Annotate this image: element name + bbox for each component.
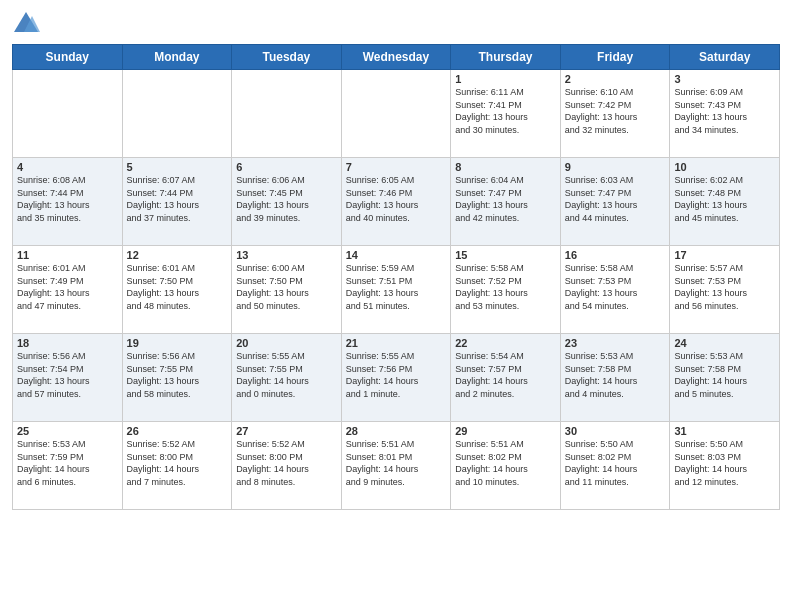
calendar-cell — [341, 70, 451, 158]
day-info: Sunrise: 6:08 AM Sunset: 7:44 PM Dayligh… — [17, 174, 118, 224]
calendar-table: SundayMondayTuesdayWednesdayThursdayFrid… — [12, 44, 780, 510]
day-number: 24 — [674, 337, 775, 349]
header-wednesday: Wednesday — [341, 45, 451, 70]
calendar-cell: 11Sunrise: 6:01 AM Sunset: 7:49 PM Dayli… — [13, 246, 123, 334]
day-number: 15 — [455, 249, 556, 261]
day-number: 20 — [236, 337, 337, 349]
calendar-cell: 5Sunrise: 6:07 AM Sunset: 7:44 PM Daylig… — [122, 158, 232, 246]
day-info: Sunrise: 5:55 AM Sunset: 7:56 PM Dayligh… — [346, 350, 447, 400]
calendar-cell: 28Sunrise: 5:51 AM Sunset: 8:01 PM Dayli… — [341, 422, 451, 510]
day-info: Sunrise: 6:02 AM Sunset: 7:48 PM Dayligh… — [674, 174, 775, 224]
calendar-cell: 13Sunrise: 6:00 AM Sunset: 7:50 PM Dayli… — [232, 246, 342, 334]
header — [12, 10, 780, 38]
calendar-cell — [122, 70, 232, 158]
calendar-cell: 6Sunrise: 6:06 AM Sunset: 7:45 PM Daylig… — [232, 158, 342, 246]
page-container: SundayMondayTuesdayWednesdayThursdayFrid… — [0, 0, 792, 612]
calendar-cell: 15Sunrise: 5:58 AM Sunset: 7:52 PM Dayli… — [451, 246, 561, 334]
calendar-cell: 29Sunrise: 5:51 AM Sunset: 8:02 PM Dayli… — [451, 422, 561, 510]
day-info: Sunrise: 6:00 AM Sunset: 7:50 PM Dayligh… — [236, 262, 337, 312]
day-number: 13 — [236, 249, 337, 261]
calendar-week-4: 18Sunrise: 5:56 AM Sunset: 7:54 PM Dayli… — [13, 334, 780, 422]
day-number: 30 — [565, 425, 666, 437]
header-saturday: Saturday — [670, 45, 780, 70]
day-info: Sunrise: 5:55 AM Sunset: 7:55 PM Dayligh… — [236, 350, 337, 400]
calendar-cell: 14Sunrise: 5:59 AM Sunset: 7:51 PM Dayli… — [341, 246, 451, 334]
day-info: Sunrise: 5:53 AM Sunset: 7:59 PM Dayligh… — [17, 438, 118, 488]
logo-icon — [12, 10, 40, 38]
day-info: Sunrise: 5:52 AM Sunset: 8:00 PM Dayligh… — [236, 438, 337, 488]
day-number: 17 — [674, 249, 775, 261]
day-number: 19 — [127, 337, 228, 349]
calendar-cell: 12Sunrise: 6:01 AM Sunset: 7:50 PM Dayli… — [122, 246, 232, 334]
calendar-cell: 20Sunrise: 5:55 AM Sunset: 7:55 PM Dayli… — [232, 334, 342, 422]
logo — [12, 10, 44, 38]
day-info: Sunrise: 5:56 AM Sunset: 7:54 PM Dayligh… — [17, 350, 118, 400]
calendar-week-3: 11Sunrise: 6:01 AM Sunset: 7:49 PM Dayli… — [13, 246, 780, 334]
calendar-cell: 4Sunrise: 6:08 AM Sunset: 7:44 PM Daylig… — [13, 158, 123, 246]
calendar-cell: 22Sunrise: 5:54 AM Sunset: 7:57 PM Dayli… — [451, 334, 561, 422]
calendar-header-row: SundayMondayTuesdayWednesdayThursdayFrid… — [13, 45, 780, 70]
calendar-week-5: 25Sunrise: 5:53 AM Sunset: 7:59 PM Dayli… — [13, 422, 780, 510]
calendar-cell: 30Sunrise: 5:50 AM Sunset: 8:02 PM Dayli… — [560, 422, 670, 510]
day-number: 28 — [346, 425, 447, 437]
day-info: Sunrise: 6:01 AM Sunset: 7:49 PM Dayligh… — [17, 262, 118, 312]
calendar-cell: 24Sunrise: 5:53 AM Sunset: 7:58 PM Dayli… — [670, 334, 780, 422]
day-number: 21 — [346, 337, 447, 349]
day-number: 31 — [674, 425, 775, 437]
day-info: Sunrise: 5:53 AM Sunset: 7:58 PM Dayligh… — [674, 350, 775, 400]
day-number: 29 — [455, 425, 556, 437]
header-monday: Monday — [122, 45, 232, 70]
calendar-cell: 19Sunrise: 5:56 AM Sunset: 7:55 PM Dayli… — [122, 334, 232, 422]
day-number: 18 — [17, 337, 118, 349]
day-number: 26 — [127, 425, 228, 437]
day-number: 16 — [565, 249, 666, 261]
day-number: 8 — [455, 161, 556, 173]
header-tuesday: Tuesday — [232, 45, 342, 70]
day-info: Sunrise: 5:58 AM Sunset: 7:52 PM Dayligh… — [455, 262, 556, 312]
calendar-cell: 1Sunrise: 6:11 AM Sunset: 7:41 PM Daylig… — [451, 70, 561, 158]
day-number: 9 — [565, 161, 666, 173]
day-number: 5 — [127, 161, 228, 173]
day-number: 27 — [236, 425, 337, 437]
calendar-cell: 23Sunrise: 5:53 AM Sunset: 7:58 PM Dayli… — [560, 334, 670, 422]
calendar-cell: 7Sunrise: 6:05 AM Sunset: 7:46 PM Daylig… — [341, 158, 451, 246]
day-info: Sunrise: 5:59 AM Sunset: 7:51 PM Dayligh… — [346, 262, 447, 312]
day-info: Sunrise: 6:10 AM Sunset: 7:42 PM Dayligh… — [565, 86, 666, 136]
day-number: 11 — [17, 249, 118, 261]
day-info: Sunrise: 6:09 AM Sunset: 7:43 PM Dayligh… — [674, 86, 775, 136]
calendar-week-2: 4Sunrise: 6:08 AM Sunset: 7:44 PM Daylig… — [13, 158, 780, 246]
day-info: Sunrise: 6:05 AM Sunset: 7:46 PM Dayligh… — [346, 174, 447, 224]
calendar-cell: 31Sunrise: 5:50 AM Sunset: 8:03 PM Dayli… — [670, 422, 780, 510]
day-info: Sunrise: 5:53 AM Sunset: 7:58 PM Dayligh… — [565, 350, 666, 400]
day-info: Sunrise: 5:50 AM Sunset: 8:03 PM Dayligh… — [674, 438, 775, 488]
day-info: Sunrise: 6:04 AM Sunset: 7:47 PM Dayligh… — [455, 174, 556, 224]
day-number: 23 — [565, 337, 666, 349]
calendar-cell: 26Sunrise: 5:52 AM Sunset: 8:00 PM Dayli… — [122, 422, 232, 510]
calendar-week-1: 1Sunrise: 6:11 AM Sunset: 7:41 PM Daylig… — [13, 70, 780, 158]
calendar-cell: 3Sunrise: 6:09 AM Sunset: 7:43 PM Daylig… — [670, 70, 780, 158]
header-friday: Friday — [560, 45, 670, 70]
day-number: 7 — [346, 161, 447, 173]
header-thursday: Thursday — [451, 45, 561, 70]
calendar-cell: 18Sunrise: 5:56 AM Sunset: 7:54 PM Dayli… — [13, 334, 123, 422]
day-info: Sunrise: 6:11 AM Sunset: 7:41 PM Dayligh… — [455, 86, 556, 136]
day-info: Sunrise: 5:57 AM Sunset: 7:53 PM Dayligh… — [674, 262, 775, 312]
day-info: Sunrise: 6:01 AM Sunset: 7:50 PM Dayligh… — [127, 262, 228, 312]
calendar-cell: 21Sunrise: 5:55 AM Sunset: 7:56 PM Dayli… — [341, 334, 451, 422]
header-sunday: Sunday — [13, 45, 123, 70]
day-info: Sunrise: 6:07 AM Sunset: 7:44 PM Dayligh… — [127, 174, 228, 224]
day-info: Sunrise: 5:51 AM Sunset: 8:02 PM Dayligh… — [455, 438, 556, 488]
calendar-cell: 2Sunrise: 6:10 AM Sunset: 7:42 PM Daylig… — [560, 70, 670, 158]
calendar-cell — [232, 70, 342, 158]
calendar-cell: 10Sunrise: 6:02 AM Sunset: 7:48 PM Dayli… — [670, 158, 780, 246]
day-number: 14 — [346, 249, 447, 261]
calendar-cell: 16Sunrise: 5:58 AM Sunset: 7:53 PM Dayli… — [560, 246, 670, 334]
day-number: 12 — [127, 249, 228, 261]
day-number: 1 — [455, 73, 556, 85]
day-number: 3 — [674, 73, 775, 85]
day-number: 25 — [17, 425, 118, 437]
calendar-cell: 27Sunrise: 5:52 AM Sunset: 8:00 PM Dayli… — [232, 422, 342, 510]
day-number: 10 — [674, 161, 775, 173]
day-info: Sunrise: 5:54 AM Sunset: 7:57 PM Dayligh… — [455, 350, 556, 400]
day-info: Sunrise: 5:56 AM Sunset: 7:55 PM Dayligh… — [127, 350, 228, 400]
